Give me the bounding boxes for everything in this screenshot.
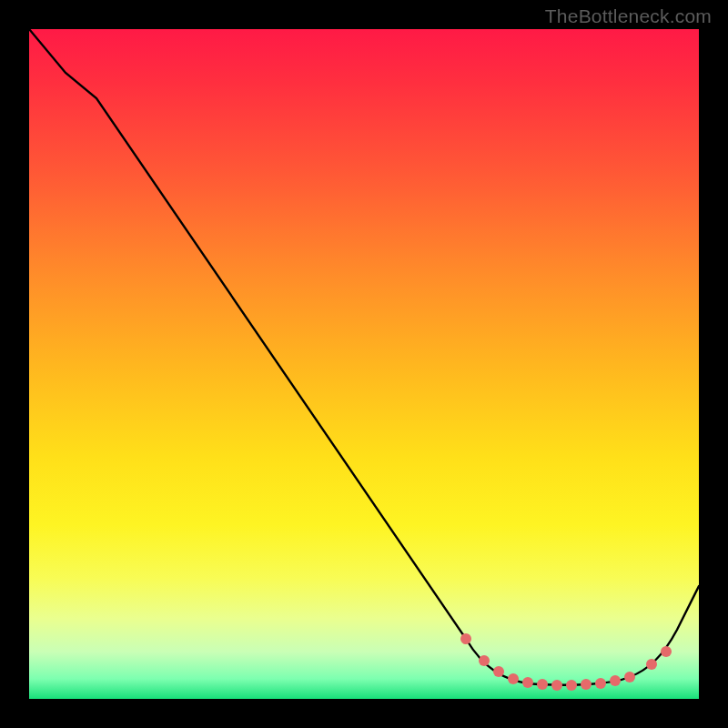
svg-point-3: [508, 673, 519, 684]
svg-point-9: [595, 678, 606, 689]
svg-point-11: [624, 672, 635, 682]
marker-dots: [460, 633, 672, 691]
svg-point-4: [522, 677, 533, 688]
main-curve: [29, 29, 699, 685]
svg-point-8: [581, 679, 592, 690]
svg-point-0: [460, 633, 471, 644]
svg-point-2: [493, 666, 504, 677]
svg-point-6: [551, 680, 562, 691]
svg-point-10: [610, 675, 621, 686]
svg-point-12: [646, 659, 657, 670]
chart-stage: TheBottleneck.com: [0, 0, 728, 728]
curve-layer: [29, 29, 699, 699]
svg-point-1: [479, 655, 490, 666]
plot-area: [29, 29, 699, 699]
svg-point-5: [537, 679, 548, 690]
svg-point-7: [566, 680, 577, 691]
branding-text: TheBottleneck.com: [545, 5, 712, 27]
svg-point-13: [661, 646, 672, 657]
